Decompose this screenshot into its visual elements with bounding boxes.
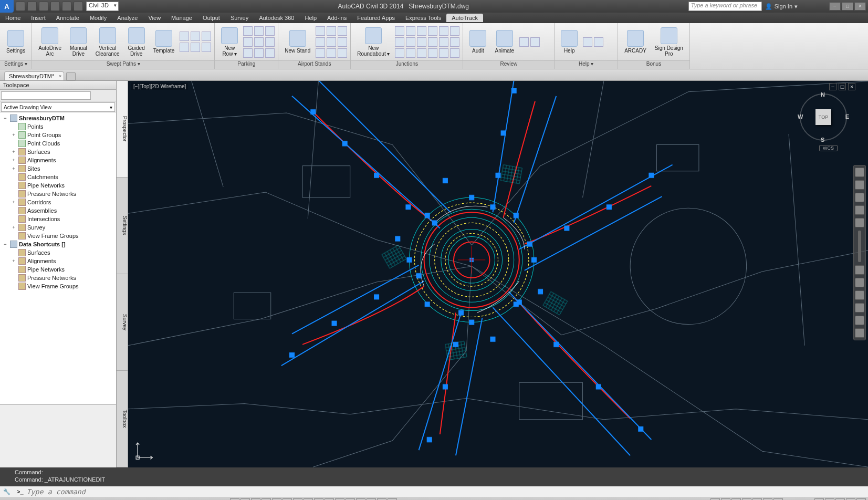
toolspace-tab-toolbox[interactable]: Toolbox (117, 371, 128, 467)
vertical-clearance-button[interactable]: VerticalClearance (92, 26, 123, 58)
ribbon-tab-manage[interactable]: Manage (166, 15, 197, 21)
ribbon-panel-title[interactable]: Help ▾ (555, 60, 618, 69)
ribbon-small-icon[interactable] (180, 32, 189, 41)
compass-n[interactable]: N (821, 91, 825, 98)
viewcube[interactable]: TOP N S E W (800, 93, 847, 141)
ribbon-small-icon[interactable] (395, 37, 404, 47)
ribbon-small-icon[interactable] (243, 37, 253, 47)
drawing-tab[interactable]: ShrewsburyDTM* × (4, 71, 64, 80)
ribbon-small-icon[interactable] (583, 37, 592, 47)
tree-node-shrewsburydtm[interactable]: −ShrewsburyDTM (0, 114, 116, 122)
tree-node-point-groups[interactable]: +Point Groups (0, 131, 116, 139)
tree-expand-icon[interactable]: + (11, 149, 17, 154)
ribbon-small-icon[interactable] (327, 48, 336, 58)
ribbon-small-icon[interactable] (395, 26, 404, 36)
tree-node-pipe-networks[interactable]: Pipe Networks (0, 181, 116, 190)
viewcube-face[interactable]: TOP (815, 109, 831, 125)
arcady-button[interactable]: ARCADY (621, 29, 650, 55)
ribbon-small-icon[interactable] (338, 48, 347, 58)
nav-tool1-icon[interactable] (855, 265, 864, 275)
toolspace-btn1-icon[interactable] (93, 91, 99, 100)
minimize-button[interactable]: − (829, 2, 841, 11)
ribbon-small-icon[interactable] (450, 26, 459, 36)
ribbon-small-icon[interactable] (265, 37, 275, 47)
sign-design-pro-button[interactable]: Sign DesignPro (652, 26, 686, 58)
signin-button[interactable]: 👤 Sign In ▾ (765, 3, 798, 10)
ribbon-tab-add-ins[interactable]: Add-ins (322, 15, 352, 21)
nav-zoom-icon[interactable] (855, 193, 864, 202)
ribbon-small-icon[interactable] (439, 26, 448, 36)
ribbon-tab-home[interactable]: Home (0, 15, 26, 21)
ribbon-tab-insert[interactable]: Insert (26, 15, 51, 21)
ribbon-tab-autodesk-360[interactable]: Autodesk 360 (254, 15, 299, 21)
tree-node-alignments[interactable]: +Alignments (0, 156, 116, 164)
drawing-canvas[interactable]: [−][Top][2D Wireframe] − □ × TOP N S E W… (128, 81, 868, 467)
app-logo[interactable]: A (0, 0, 14, 13)
ribbon-small-icon[interactable] (243, 26, 253, 36)
tree-expand-icon[interactable]: + (11, 258, 17, 264)
tree-expand-icon[interactable]: + (11, 225, 17, 230)
tree-node-surfaces[interactable]: +Surfaces (0, 148, 116, 156)
ribbon-small-icon[interactable] (428, 37, 437, 47)
ribbon-small-icon[interactable] (254, 48, 264, 58)
ribbon-small-icon[interactable] (265, 26, 275, 36)
toolspace-tab-settings[interactable]: Settings (117, 178, 128, 274)
ribbon-small-icon[interactable] (439, 37, 448, 47)
tree-expand-icon[interactable]: + (11, 200, 17, 205)
infocenter-search[interactable]: Type a keyword or phrase (688, 2, 762, 11)
nav-tool5-icon[interactable] (855, 316, 864, 325)
qat-print-icon[interactable] (50, 2, 60, 11)
ribbon-tab-survey[interactable]: Survey (225, 15, 254, 21)
ribbon-small-icon[interactable] (450, 48, 459, 58)
settings-button[interactable]: Settings (3, 29, 28, 55)
viewport-label[interactable]: [−][Top][2D Wireframe] (131, 83, 188, 90)
manual-drive-button[interactable]: ManualDrive (67, 26, 90, 58)
ribbon-panel-title[interactable]: Swept Paths ▾ (32, 60, 214, 69)
command-input[interactable] (27, 488, 868, 496)
tree-node-corridors[interactable]: +Corridors (0, 198, 116, 206)
qat-new-icon[interactable] (16, 2, 25, 11)
ribbon-small-icon[interactable] (406, 48, 415, 58)
nav-tool4-icon[interactable] (855, 303, 864, 312)
ribbon-tab-output[interactable]: Output (197, 15, 225, 21)
tree-node-pressure-networks[interactable]: Pressure Networks (0, 274, 116, 282)
nav-showmotion-icon[interactable] (855, 218, 864, 227)
nav-zoom-slider[interactable] (858, 231, 861, 262)
tree-node-sites[interactable]: +Sites (0, 164, 116, 173)
compass-s[interactable]: S (821, 137, 824, 143)
tree-node-assemblies[interactable]: Assemblies (0, 206, 116, 215)
exchange-icon[interactable] (804, 2, 813, 11)
toolspace-view-dropdown[interactable]: Active Drawing View ▾ (1, 102, 115, 112)
close-button[interactable]: × (854, 2, 866, 11)
new-stand-button[interactable]: New Stand (281, 29, 313, 55)
tree-node-surfaces[interactable]: Surfaces (0, 248, 116, 257)
ribbon-small-icon[interactable] (428, 48, 437, 58)
ribbon-tab-modify[interactable]: Modify (85, 15, 112, 21)
template-button[interactable]: Template (150, 29, 178, 55)
ribbon-small-icon[interactable] (327, 37, 336, 47)
ribbon-small-icon[interactable] (530, 37, 540, 47)
ribbon-small-icon[interactable] (417, 26, 426, 36)
ribbon-small-icon[interactable] (202, 32, 211, 41)
ribbon-small-icon[interactable] (406, 26, 415, 36)
ribbon-small-icon[interactable] (316, 37, 325, 47)
compass-e[interactable]: E (845, 113, 849, 120)
compass-w[interactable]: W (798, 113, 803, 120)
workspace-dropdown[interactable]: Civil 3D (86, 2, 119, 11)
maximize-button[interactable]: □ (842, 2, 853, 11)
audit-button[interactable]: Audit (466, 29, 489, 55)
tree-node-intersections[interactable]: Intersections (0, 215, 116, 223)
qat-open-icon[interactable] (27, 2, 37, 11)
command-tools-icon[interactable]: 🔧 (0, 488, 14, 495)
ribbon-panel-title[interactable]: Settings ▾ (0, 60, 32, 69)
nav-tool2-icon[interactable] (855, 278, 864, 287)
ribbon-small-icon[interactable] (450, 37, 459, 47)
toolspace-filter-input[interactable] (1, 91, 91, 100)
ribbon-small-icon[interactable] (265, 48, 275, 58)
nav-pan-icon[interactable] (855, 180, 864, 190)
ribbon-small-icon[interactable] (417, 48, 426, 58)
ribbon-small-icon[interactable] (406, 37, 415, 47)
qat-undo-icon[interactable] (62, 2, 71, 11)
ribbon-small-icon[interactable] (191, 43, 200, 52)
tree-expand-icon[interactable]: + (11, 166, 17, 171)
